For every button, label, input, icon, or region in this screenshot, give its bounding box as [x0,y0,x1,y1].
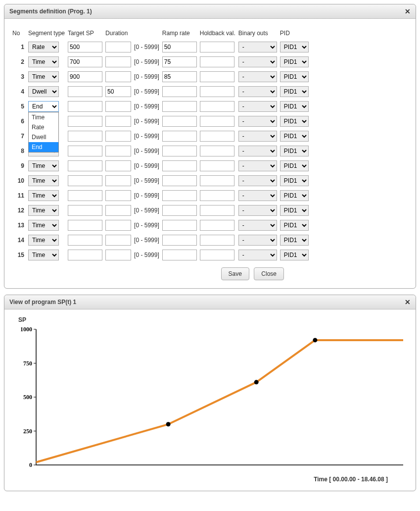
pid-select[interactable]: PID1 [280,42,309,52]
binary-outs-select[interactable]: - [238,190,277,201]
binary-outs-select[interactable]: - [238,101,277,112]
dropdown-option[interactable]: Rate [29,122,58,132]
binary-outs-select[interactable]: - [238,131,277,142]
segment-type-select[interactable]: Time [28,71,59,82]
pid-select[interactable]: PID1 [280,116,309,127]
pid-select[interactable]: PID1 [280,220,309,231]
duration-input[interactable] [105,131,131,142]
dropdown-option[interactable]: End [29,142,58,152]
duration-input[interactable] [105,86,131,97]
ramp-rate-input[interactable] [162,146,197,156]
duration-input[interactable] [105,160,131,171]
holdback-input[interactable] [200,131,234,142]
ramp-rate-input[interactable] [162,56,197,67]
duration-input[interactable] [105,101,131,112]
holdback-input[interactable] [200,205,234,216]
target-sp-input[interactable] [68,235,102,246]
duration-input[interactable] [105,71,131,82]
dropdown-option[interactable]: Dwell [29,132,58,142]
binary-outs-select[interactable]: - [238,86,277,97]
holdback-input[interactable] [200,235,234,246]
segment-type-select[interactable]: Time [28,205,59,216]
dropdown-option[interactable]: Time [29,112,58,122]
target-sp-input[interactable] [68,86,102,97]
segment-type-select[interactable]: Time [28,160,59,171]
ramp-rate-input[interactable] [162,71,197,82]
ramp-rate-input[interactable] [162,160,197,171]
pid-select[interactable]: PID1 [280,235,309,246]
segment-type-select[interactable]: Time [28,220,59,231]
holdback-input[interactable] [200,175,234,186]
holdback-input[interactable] [200,56,234,67]
binary-outs-select[interactable]: - [238,71,277,82]
segment-type-select[interactable]: Rate [28,42,59,52]
pid-select[interactable]: PID1 [280,190,309,201]
close-button[interactable]: Close [254,267,284,280]
binary-outs-select[interactable]: - [238,160,277,171]
segment-type-select[interactable]: Time [28,56,59,67]
ramp-rate-input[interactable] [162,131,197,142]
duration-input[interactable] [105,235,131,246]
ramp-rate-input[interactable] [162,190,197,201]
target-sp-input[interactable] [68,146,102,156]
holdback-input[interactable] [200,160,234,171]
pid-select[interactable]: PID1 [280,250,309,260]
pid-select[interactable]: PID1 [280,101,309,112]
ramp-rate-input[interactable] [162,101,197,112]
binary-outs-select[interactable]: - [238,235,277,246]
target-sp-input[interactable] [68,160,102,171]
holdback-input[interactable] [200,116,234,127]
segment-type-select[interactable]: Time [28,235,59,246]
holdback-input[interactable] [200,250,234,260]
pid-select[interactable]: PID1 [280,160,309,171]
pid-select[interactable]: PID1 [280,86,309,97]
segment-type-select[interactable]: Time [28,175,59,186]
duration-input[interactable] [105,190,131,201]
target-sp-input[interactable] [68,101,102,112]
close-icon[interactable]: ✕ [405,7,411,15]
ramp-rate-input[interactable] [162,250,197,260]
holdback-input[interactable] [200,220,234,231]
binary-outs-select[interactable]: - [238,220,277,231]
segment-type-select[interactable]: Time [28,190,59,201]
save-button[interactable]: Save [221,267,249,280]
ramp-rate-input[interactable] [162,175,197,186]
holdback-input[interactable] [200,101,234,112]
target-sp-input[interactable] [68,220,102,231]
target-sp-input[interactable] [68,190,102,201]
pid-select[interactable]: PID1 [280,56,309,67]
duration-input[interactable] [105,220,131,231]
binary-outs-select[interactable]: - [238,205,277,216]
pid-select[interactable]: PID1 [280,71,309,82]
target-sp-input[interactable] [68,56,102,67]
segment-type-select[interactable]: End [28,101,59,112]
duration-input[interactable] [105,56,131,67]
segment-type-dropdown-list[interactable]: TimeRateDwellEnd [28,112,59,153]
binary-outs-select[interactable]: - [238,146,277,156]
binary-outs-select[interactable]: - [238,42,277,52]
target-sp-input[interactable] [68,250,102,260]
target-sp-input[interactable] [68,116,102,127]
duration-input[interactable] [105,146,131,156]
binary-outs-select[interactable]: - [238,175,277,186]
binary-outs-select[interactable]: - [238,56,277,67]
ramp-rate-input[interactable] [162,235,197,246]
duration-input[interactable] [105,175,131,186]
target-sp-input[interactable] [68,205,102,216]
duration-input[interactable] [105,250,131,260]
ramp-rate-input[interactable] [162,205,197,216]
target-sp-input[interactable] [68,42,102,52]
holdback-input[interactable] [200,146,234,156]
segment-type-select[interactable]: Time [28,250,59,260]
holdback-input[interactable] [200,86,234,97]
close-icon[interactable]: ✕ [405,298,411,306]
pid-select[interactable]: PID1 [280,146,309,156]
pid-select[interactable]: PID1 [280,175,309,186]
ramp-rate-input[interactable] [162,86,197,97]
pid-select[interactable]: PID1 [280,131,309,142]
segment-type-select[interactable]: Dwell [28,86,59,97]
ramp-rate-input[interactable] [162,116,197,127]
target-sp-input[interactable] [68,71,102,82]
binary-outs-select[interactable]: - [238,250,277,260]
binary-outs-select[interactable]: - [238,116,277,127]
